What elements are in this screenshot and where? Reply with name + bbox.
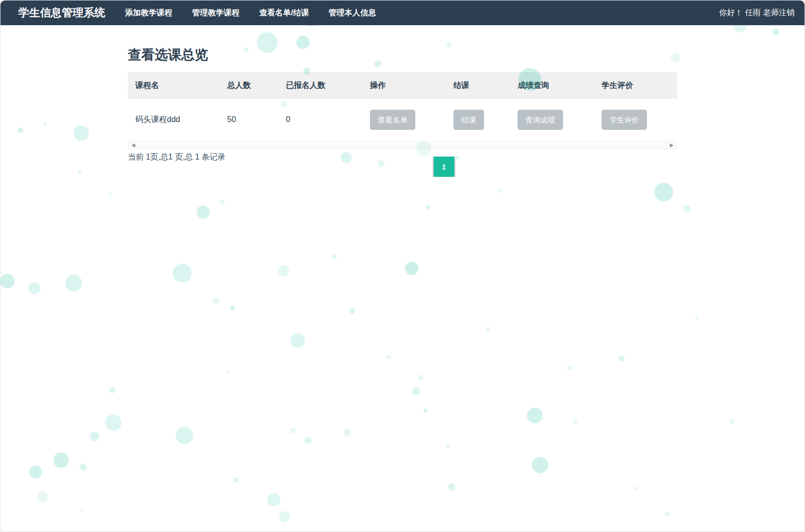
bubble	[445, 444, 450, 449]
col-header-total: 总人数	[220, 73, 279, 98]
bubble	[532, 457, 548, 473]
bubble	[278, 265, 289, 276]
bubble	[37, 491, 48, 502]
bubble	[197, 205, 210, 219]
bubble	[65, 275, 82, 291]
bubble	[53, 452, 69, 468]
app-brand[interactable]: 学生信息管理系统	[18, 5, 105, 20]
bubble	[176, 427, 193, 444]
pagination: 1	[432, 157, 456, 177]
scroll-right-icon[interactable]: ▶	[670, 143, 674, 148]
bubble	[412, 387, 420, 395]
logout-link[interactable]: 注销	[779, 8, 795, 18]
nav-item-view-roster[interactable]: 查看名单/结课	[249, 0, 319, 25]
bubble	[498, 189, 503, 193]
bubble	[279, 511, 290, 522]
cell-student-eval: 学生评价	[594, 98, 677, 141]
bubble	[304, 437, 312, 444]
bubble	[78, 169, 81, 173]
bubble	[772, 28, 779, 35]
bubble	[423, 409, 428, 413]
bubble	[267, 493, 281, 506]
bubble	[573, 420, 577, 424]
bubble	[654, 183, 673, 202]
bubble	[219, 200, 225, 205]
nav-item-manage-course[interactable]: 管理教学课程	[182, 0, 249, 25]
bubble	[90, 432, 99, 441]
table-header-row: 课程名 总人数 已报名人数 操作 结课 成绩查询 学生评价	[128, 73, 677, 98]
cell-total: 50	[220, 98, 279, 141]
bubble	[634, 487, 637, 490]
bubble	[683, 205, 691, 213]
student-eval-button[interactable]: 学生评价	[602, 110, 647, 130]
view-roster-button[interactable]: 查看名单	[370, 110, 415, 130]
bubble	[80, 509, 83, 512]
bubble	[29, 465, 42, 479]
bubble	[695, 316, 699, 320]
bubble	[18, 127, 23, 133]
record-summary: 当前 1页,总1 页,总 1 条记录	[128, 149, 677, 163]
bubble	[665, 512, 670, 517]
nav-item-add-course[interactable]: 添加教学课程	[115, 0, 182, 25]
navbar-right: 你好！ 任雨 老师 注销	[719, 8, 795, 18]
bubble	[108, 192, 113, 197]
col-header-student-eval: 学生评价	[594, 73, 677, 98]
bubble	[729, 419, 734, 424]
cell-enrolled: 0	[279, 98, 362, 141]
bubble	[405, 262, 418, 275]
bubble	[109, 387, 116, 393]
bubble	[426, 205, 430, 209]
bubble	[0, 274, 15, 288]
bubble	[234, 477, 239, 483]
bubble	[567, 365, 572, 370]
bubble	[350, 308, 355, 314]
col-header-course-name: 课程名	[128, 73, 220, 98]
col-header-enrolled: 已报名人数	[279, 73, 362, 98]
bubble	[344, 429, 351, 436]
course-table: 课程名 总人数 已报名人数 操作 结课 成绩查询 学生评价 码头课程ddd 50…	[128, 73, 677, 141]
col-header-actions: 操作	[362, 73, 446, 98]
page-1-button[interactable]: 1	[432, 157, 456, 177]
bubble	[527, 408, 543, 423]
bubble	[230, 306, 235, 310]
horizontal-scrollbar[interactable]: ◀ ▶	[128, 141, 677, 149]
cell-score-query: 查询成绩	[510, 98, 594, 141]
bubble	[418, 375, 423, 380]
bubble	[105, 414, 121, 431]
app-window: 学生信息管理系统 添加教学课程 管理教学课程 查看名单/结课 管理本人信息 你好…	[0, 0, 805, 532]
bubble	[290, 428, 296, 433]
table-row: 码头课程ddd 50 0 查看名单 结课 查询成绩 学生评价	[128, 98, 677, 141]
end-course-button[interactable]: 结课	[453, 110, 484, 130]
bubble	[332, 254, 337, 259]
main-content: 查看选课总览 课程名 总人数 已报名人数 操作 结课 成绩查询 学生评价	[128, 25, 677, 163]
bubble	[387, 355, 391, 359]
user-greeting: 你好！ 任雨 老师	[719, 8, 779, 18]
nav-items: 添加教学课程 管理教学课程 查看名单/结课 管理本人信息	[115, 0, 386, 25]
bubble	[28, 282, 40, 294]
cell-actions: 查看名单	[362, 98, 446, 141]
bubble	[173, 264, 192, 283]
page-title: 查看选课总览	[128, 25, 677, 73]
bubble	[80, 463, 87, 471]
cell-end-course: 结课	[446, 98, 510, 141]
bubble	[213, 298, 219, 304]
nav-item-manage-profile[interactable]: 管理本人信息	[319, 0, 386, 25]
query-score-button[interactable]: 查询成绩	[518, 110, 563, 130]
scroll-left-icon[interactable]: ◀	[131, 143, 135, 148]
bubble	[226, 370, 230, 374]
navbar: 学生信息管理系统 添加教学课程 管理教学课程 查看名单/结课 管理本人信息 你好…	[0, 0, 805, 25]
bubble	[485, 327, 490, 331]
bubble	[43, 122, 47, 126]
cell-course-name: 码头课程ddd	[128, 98, 220, 141]
bubble	[290, 333, 305, 348]
col-header-score-query: 成绩查询	[510, 73, 594, 98]
col-header-end-course: 结课	[446, 73, 510, 98]
bubble	[618, 355, 625, 362]
bubble	[448, 484, 455, 491]
bubble	[74, 125, 89, 141]
